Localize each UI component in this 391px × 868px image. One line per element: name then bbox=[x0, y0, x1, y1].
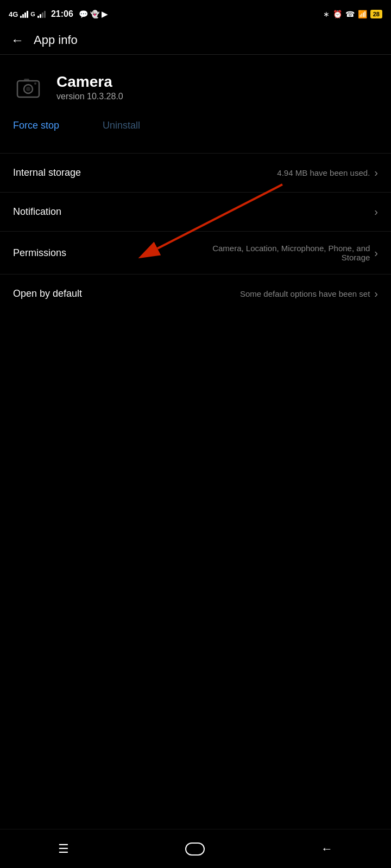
notification-label: Notification bbox=[13, 206, 61, 218]
permissions-chevron: › bbox=[374, 247, 378, 259]
wifi-icon: 📶 bbox=[358, 10, 367, 18]
camera-icon-svg bbox=[15, 74, 41, 100]
signal-bars bbox=[20, 10, 28, 18]
camera-app-icon bbox=[13, 72, 43, 103]
bluetooth-icon: ∗ bbox=[323, 10, 330, 18]
status-right: ∗ ⏰ ☎ 📶 28 bbox=[323, 10, 382, 18]
app-info-header: ← App info bbox=[0, 26, 391, 55]
svg-rect-3 bbox=[24, 79, 29, 81]
home-icon bbox=[185, 843, 205, 856]
app-info-section: Camera version 10.3.28.0 bbox=[0, 55, 391, 111]
uninstall-button[interactable]: Uninstall bbox=[103, 116, 140, 136]
internal-storage-chevron: › bbox=[374, 167, 378, 179]
back-icon: ← bbox=[321, 842, 333, 856]
open-by-default-right: Some default options have been set › bbox=[240, 288, 378, 300]
bottom-navigation: ☰ ← bbox=[0, 829, 391, 868]
battery-indicator: 28 bbox=[370, 10, 382, 18]
notification-right: › bbox=[374, 206, 378, 218]
whatsapp-icon: 💬 bbox=[79, 10, 88, 18]
signal-bar2-3 bbox=[42, 12, 43, 18]
action-buttons: Force stop Uninstall bbox=[0, 111, 391, 153]
svg-point-4 bbox=[34, 82, 36, 85]
page-title: App info bbox=[34, 33, 78, 47]
permissions-right: Camera, Location, Microphone, Phone, and… bbox=[196, 244, 378, 262]
nav-menu-button[interactable]: ☰ bbox=[58, 842, 69, 856]
permissions-label: Permissions bbox=[13, 247, 66, 259]
list-items-container: Internal storage 4.94 MB have been used.… bbox=[0, 153, 391, 313]
back-button[interactable]: ← bbox=[11, 33, 24, 48]
network-g: G bbox=[30, 11, 35, 17]
permissions-item[interactable]: Permissions Camera, Location, Microphone… bbox=[0, 231, 391, 274]
internal-storage-label: Internal storage bbox=[13, 167, 81, 178]
app-version: version 10.3.28.0 bbox=[56, 92, 123, 101]
permissions-desc: Camera, Location, Microphone, Phone, and… bbox=[196, 244, 370, 262]
svg-point-2 bbox=[26, 87, 30, 91]
nav-back-button[interactable]: ← bbox=[321, 842, 333, 856]
status-left: 4G G 21:06 💬 👻 ▶ bbox=[9, 9, 108, 19]
network-indicator: 4G bbox=[9, 10, 18, 18]
call-icon: ☎ bbox=[345, 10, 355, 18]
internal-storage-right: 4.94 MB have been used. › bbox=[277, 167, 378, 179]
snapchat-icon: 👻 bbox=[90, 10, 99, 18]
signal-bar2-2 bbox=[40, 14, 41, 18]
app-icon-wrapper bbox=[13, 72, 43, 103]
signal-bar-3 bbox=[24, 12, 26, 18]
open-by-default-chevron: › bbox=[374, 288, 378, 300]
time-display: 21:06 bbox=[51, 9, 73, 19]
internal-storage-item[interactable]: Internal storage 4.94 MB have been used.… bbox=[0, 153, 391, 192]
open-by-default-label: Open by default bbox=[13, 288, 82, 299]
youtube-icon: ▶ bbox=[102, 10, 108, 18]
nav-home-button[interactable] bbox=[185, 843, 205, 856]
signal-bars-2 bbox=[37, 10, 46, 18]
signal-bar-4 bbox=[27, 11, 28, 18]
signal-bar2-4 bbox=[44, 11, 46, 18]
notification-chevron: › bbox=[374, 206, 378, 218]
notification-item[interactable]: Notification › bbox=[0, 192, 391, 231]
app-text-info: Camera version 10.3.28.0 bbox=[56, 73, 123, 101]
open-by-default-desc: Some default options have been set bbox=[240, 289, 370, 298]
status-bar: 4G G 21:06 💬 👻 ▶ ∗ ⏰ ☎ 📶 28 bbox=[0, 0, 391, 26]
signal-bar2-1 bbox=[37, 16, 39, 18]
menu-icon: ☰ bbox=[58, 842, 69, 856]
signal-bar-1 bbox=[20, 16, 22, 18]
open-by-default-item[interactable]: Open by default Some default options hav… bbox=[0, 274, 391, 313]
force-stop-button[interactable]: Force stop bbox=[13, 116, 59, 136]
internal-storage-desc: 4.94 MB have been used. bbox=[277, 168, 370, 177]
alarm-icon: ⏰ bbox=[333, 10, 342, 18]
signal-bar-2 bbox=[22, 14, 24, 18]
app-name: Camera bbox=[56, 73, 123, 91]
